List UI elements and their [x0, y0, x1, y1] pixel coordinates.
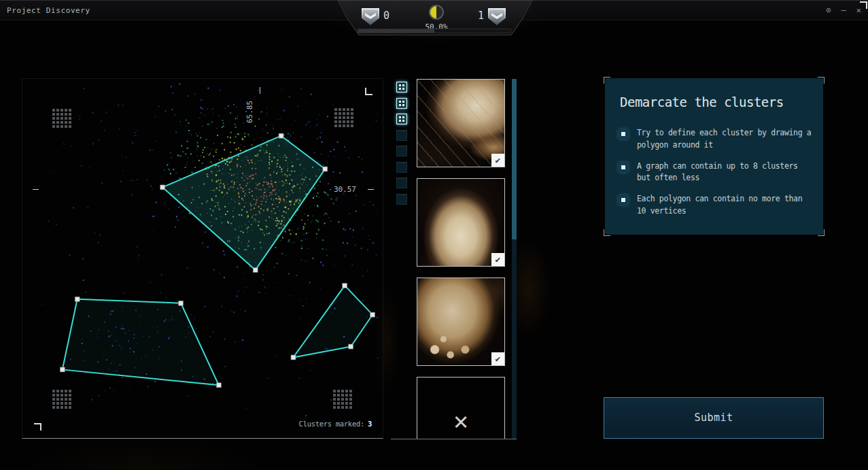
y-axis-value-label: 30.57: [325, 185, 356, 194]
score-right-value: 1: [472, 10, 484, 22]
clusters-marked-status: Clusters marked:3: [299, 420, 372, 428]
panel-corner-bracket: [818, 77, 824, 84]
sample-thumbnail[interactable]: ✔: [417, 178, 505, 267]
checkmark-badge: ✔: [491, 253, 504, 266]
sample-thumbnail[interactable]: ✔: [417, 278, 505, 366]
layer-toggle-icon[interactable]: [396, 130, 407, 141]
instructions-panel: Demarcate the clusters Try to define eac…: [605, 78, 823, 235]
project-discovery-window: Project Discovery ⊙ – ✕ 0 50.0% 1 65.: [0, 0, 868, 470]
panel-title: Demarcate the clusters: [620, 95, 784, 110]
layer-toggle-icon[interactable]: [396, 162, 407, 173]
y-axis-tick-right: [368, 189, 374, 190]
polygon-vertex-handle[interactable]: [216, 383, 221, 388]
strip-scrollbar-thumb[interactable]: [512, 79, 517, 239]
instruction-item: Try to define each cluster by drawing a …: [619, 127, 814, 152]
cluster-polygon[interactable]: [63, 299, 219, 386]
window-corner-bracket: [860, 1, 867, 9]
clusters-marked-count: 3: [368, 420, 372, 428]
instruction-item: A graph can contain up to 8 clusters but…: [619, 161, 814, 185]
strip-bottom-divider: [391, 439, 517, 439]
layer-toggle-icon[interactable]: [396, 82, 407, 93]
polygon-vertex-handle[interactable]: [370, 312, 375, 317]
layer-toggle-icon[interactable]: [396, 178, 407, 188]
instruction-item: Each polygon can contain no more than 10…: [619, 193, 814, 218]
background-glow: [27, 435, 258, 470]
x-axis-value-label: 65.85: [245, 92, 254, 133]
checkmark-badge: ✔: [491, 352, 504, 365]
sample-thumbnail[interactable]: ✕: [417, 377, 505, 439]
bullet-square-icon: [619, 163, 628, 172]
dot-grid-decoration: [333, 390, 352, 409]
cluster-polygon[interactable]: [162, 136, 325, 270]
scatter-plot-canvas[interactable]: [22, 79, 383, 438]
thumbnail-column: ✔✔✔✕: [417, 79, 505, 439]
minimize-icon[interactable]: –: [841, 5, 846, 15]
rank-progress-fill: [358, 29, 434, 33]
instruction-text: Try to define each cluster by drawing a …: [637, 127, 814, 152]
submit-button[interactable]: Submit: [604, 397, 824, 439]
accuracy-pie-icon: [429, 5, 444, 20]
window-title: Project Discovery: [7, 6, 90, 15]
x-icon: ✕: [453, 409, 468, 433]
panel-corner-bracket: [604, 229, 610, 236]
layer-toggle-icon[interactable]: [396, 146, 407, 156]
cluster-plot-panel: 65.85 30.57 Clusters marked:3: [22, 78, 383, 439]
cluster-polygon[interactable]: [293, 286, 372, 358]
polygon-vertex-handle[interactable]: [349, 344, 353, 349]
y-axis-tick-left: [33, 189, 39, 190]
polygon-vertex-handle[interactable]: [253, 267, 258, 272]
polygon-vertex-handle[interactable]: [160, 185, 165, 190]
checkmark-badge: ✔: [491, 154, 504, 167]
sample-thumbnail[interactable]: ✔: [417, 79, 505, 167]
settings-icon[interactable]: ⊙: [826, 5, 831, 15]
polygon-vertex-handle[interactable]: [323, 167, 328, 171]
x-axis-tick: [260, 87, 260, 94]
rank-progress-bar: [358, 29, 511, 33]
polygon-vertex-handle[interactable]: [279, 133, 283, 138]
instruction-list: Try to define each cluster by drawing a …: [619, 127, 814, 226]
layer-toggle-icon[interactable]: [396, 98, 407, 109]
dot-grid-decoration: [52, 390, 71, 409]
polygon-vertex-handle[interactable]: [291, 355, 296, 360]
layer-toggle-icon[interactable]: [396, 114, 407, 124]
score-left-value: 0: [383, 10, 389, 22]
score-widget: 0 50.0% 1: [337, 0, 533, 35]
bullet-square-icon: [619, 129, 628, 139]
instruction-text: A graph can contain up to 8 clusters but…: [637, 161, 814, 185]
layer-toggle-icon[interactable]: [396, 194, 407, 205]
instruction-text: Each polygon can contain no more than 10…: [637, 193, 814, 218]
panel-corner-bracket: [818, 229, 824, 236]
dot-grid-decoration: [334, 108, 353, 127]
plot-corner-bracket: [34, 423, 41, 431]
rank-badge-right: [488, 8, 506, 25]
no-cluster-option: ✕: [417, 377, 504, 439]
polygon-vertex-handle[interactable]: [60, 367, 65, 372]
polygon-vertex-handle[interactable]: [179, 301, 184, 305]
plot-corner-bracket: [365, 88, 372, 95]
polygon-vertex-handle[interactable]: [343, 283, 347, 288]
panel-corner-bracket: [604, 77, 610, 84]
rank-badge-left: [362, 8, 379, 25]
polygon-vertex-handle[interactable]: [75, 297, 80, 301]
strip-icon-column: [396, 82, 407, 209]
dot-grid-decoration: [52, 109, 71, 128]
bullet-square-icon: [619, 195, 628, 205]
